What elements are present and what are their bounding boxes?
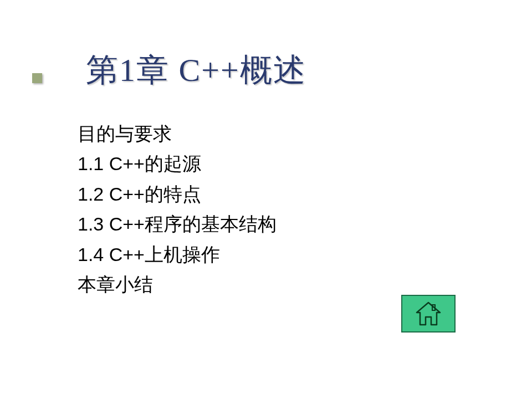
home-button[interactable] xyxy=(401,295,456,332)
slide-title: 第1章 C++概述 xyxy=(86,49,510,92)
content-item-1-3[interactable]: 1.3 C++程序的基本结构 xyxy=(78,209,510,239)
content-item-1-2[interactable]: 1.2 C++的特点 xyxy=(78,179,510,209)
content-list: 目的与要求 1.1 C++的起源 1.2 C++的特点 1.3 C++程序的基本… xyxy=(78,119,510,299)
content-item-1-1[interactable]: 1.1 C++的起源 xyxy=(78,149,510,178)
content-item-1-4[interactable]: 1.4 C++上机操作 xyxy=(78,239,510,269)
content-item-objectives[interactable]: 目的与要求 xyxy=(78,119,510,149)
home-icon xyxy=(415,300,442,327)
slide-container: 第1章 C++概述 目的与要求 1.1 C++的起源 1.2 C++的特点 1.… xyxy=(0,0,532,399)
title-bullet-icon xyxy=(32,73,42,83)
